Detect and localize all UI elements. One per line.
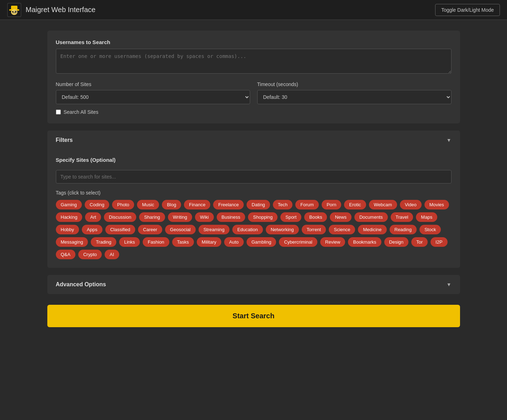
tag-geosocial[interactable]: Geosocial — [165, 225, 196, 234]
tag-blog[interactable]: Blog — [162, 200, 181, 209]
app-header: Maigret Web Interface Toggle Dark/Light … — [0, 0, 507, 20]
svg-point-5 — [12, 11, 14, 12]
timeout-select[interactable]: Default: 30 — [257, 90, 451, 104]
tag-photo[interactable]: Photo — [112, 200, 134, 209]
timeout-group: Timeout (seconds) Default: 30 — [257, 81, 451, 104]
start-search-button[interactable]: Start Search — [47, 305, 460, 327]
tag-auto[interactable]: Auto — [224, 237, 244, 247]
tag-maps[interactable]: Maps — [416, 212, 437, 222]
sites-select[interactable]: Default: 500 — [56, 90, 250, 104]
tag-fashion[interactable]: Fashion — [143, 237, 169, 247]
tag-torrent[interactable]: Torrent — [302, 225, 326, 234]
tag-cybercriminal[interactable]: Cybercriminal — [279, 237, 317, 247]
search-card: Usernames to Search Number of Sites Defa… — [47, 31, 460, 123]
specify-sites-input[interactable] — [56, 170, 451, 184]
tag-books[interactable]: Books — [304, 212, 327, 222]
main-content: Usernames to Search Number of Sites Defa… — [40, 20, 467, 338]
toggle-dark-light-button[interactable]: Toggle Dark/Light Mode — [435, 4, 500, 16]
app-logo-icon — [7, 3, 21, 17]
filters-body: Specify Sites (Optional) Tags (click to … — [47, 150, 460, 268]
form-row: Number of Sites Default: 500 Timeout (se… — [56, 81, 451, 104]
tag-documents[interactable]: Documents — [354, 212, 388, 222]
tag-dating[interactable]: Dating — [247, 200, 270, 209]
tag-hobby[interactable]: Hobby — [56, 225, 79, 234]
tag-gaming[interactable]: Gaming — [56, 200, 82, 209]
tag-links[interactable]: Links — [119, 237, 140, 247]
tag-freelance[interactable]: Freelance — [213, 200, 244, 209]
tag-webcam[interactable]: Webcam — [369, 200, 397, 209]
filters-chevron-icon: ▼ — [447, 137, 451, 143]
tag-sport[interactable]: Sport — [280, 212, 301, 222]
tag-reading[interactable]: Reading — [390, 225, 417, 234]
tag-tasks[interactable]: Tasks — [172, 237, 194, 247]
tags-container: GamingCodingPhotoMusicBlogFinanceFreelan… — [56, 200, 451, 259]
tag-porn[interactable]: Porn — [322, 200, 341, 209]
filters-title: Filters — [56, 137, 73, 143]
specify-sites-label: Specify Sites (Optional) — [56, 157, 451, 163]
usernames-label: Usernames to Search — [56, 39, 451, 45]
tag-apps[interactable]: Apps — [82, 225, 102, 234]
tag-q-a[interactable]: Q&A — [56, 250, 75, 259]
advanced-title: Advanced Options — [56, 281, 106, 288]
tag-bookmarks[interactable]: Bookmarks — [348, 237, 381, 247]
username-input[interactable] — [56, 49, 451, 74]
filters-wrapper: Filters ▼ Specify Sites (Optional) Tags … — [47, 131, 460, 268]
search-all-label[interactable]: Search All Sites — [64, 109, 99, 115]
app-title: Maigret Web Interface — [26, 6, 95, 14]
tag-movies[interactable]: Movies — [424, 200, 449, 209]
advanced-wrapper: Advanced Options ▼ — [47, 275, 460, 294]
advanced-header[interactable]: Advanced Options ▼ — [47, 275, 460, 294]
tag-tech[interactable]: Tech — [273, 200, 292, 209]
tag-erotic[interactable]: Erotic — [344, 200, 366, 209]
search-all-checkbox[interactable] — [56, 110, 61, 115]
tag-sharing[interactable]: Sharing — [139, 212, 165, 222]
tag-classified[interactable]: Classified — [105, 225, 135, 234]
svg-point-4 — [11, 9, 17, 15]
tag-design[interactable]: Design — [384, 237, 408, 247]
tag-finance[interactable]: Finance — [184, 200, 210, 209]
tag-crypto[interactable]: Crypto — [78, 250, 102, 259]
tag-networking[interactable]: Networking — [266, 225, 299, 234]
tag-forum[interactable]: Forum — [295, 200, 319, 209]
tag-coding[interactable]: Coding — [85, 200, 109, 209]
sites-group: Number of Sites Default: 500 — [56, 81, 250, 104]
tags-label: Tags (click to select) — [56, 190, 451, 196]
tag-medicine[interactable]: Medicine — [358, 225, 386, 234]
tag-military[interactable]: Military — [197, 237, 221, 247]
tag-wiki[interactable]: Wiki — [195, 212, 214, 222]
tag-career[interactable]: Career — [138, 225, 162, 234]
search-all-row: Search All Sites — [56, 109, 451, 115]
tag-review[interactable]: Review — [320, 237, 345, 247]
tag-stock[interactable]: Stock — [419, 225, 441, 234]
tag-art[interactable]: Art — [85, 212, 101, 222]
tag-discussion[interactable]: Discussion — [104, 212, 136, 222]
tag-science[interactable]: Science — [329, 225, 355, 234]
timeout-label: Timeout (seconds) — [257, 81, 451, 87]
tag-streaming[interactable]: Streaming — [199, 225, 229, 234]
tag-i2p[interactable]: I2P — [431, 237, 448, 247]
tag-writing[interactable]: Writing — [168, 212, 192, 222]
tag-tor[interactable]: Tor — [411, 237, 428, 247]
tag-video[interactable]: Video — [400, 200, 422, 209]
tag-ai[interactable]: AI — [105, 250, 119, 259]
advanced-chevron-icon: ▼ — [447, 282, 451, 287]
tag-music[interactable]: Music — [137, 200, 159, 209]
tag-business[interactable]: Business — [217, 212, 245, 222]
tag-shopping[interactable]: Shopping — [248, 212, 278, 222]
tag-education[interactable]: Education — [232, 225, 263, 234]
header-left: Maigret Web Interface — [7, 3, 95, 17]
tag-news[interactable]: News — [330, 212, 352, 222]
svg-point-6 — [15, 11, 16, 12]
filters-header[interactable]: Filters ▼ — [47, 131, 460, 150]
tag-hacking[interactable]: Hacking — [56, 212, 83, 222]
tag-trading[interactable]: Trading — [91, 237, 116, 247]
tag-gambling[interactable]: Gambling — [247, 237, 276, 247]
sites-label: Number of Sites — [56, 81, 250, 87]
tag-messaging[interactable]: Messaging — [56, 237, 88, 247]
tag-travel[interactable]: Travel — [391, 212, 413, 222]
